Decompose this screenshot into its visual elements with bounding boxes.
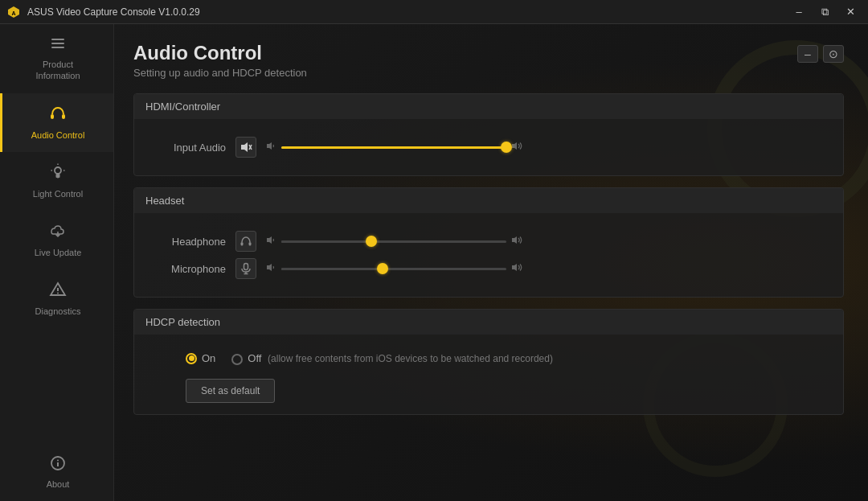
page-header: Audio Control Setting up audio and HDCP … bbox=[133, 42, 844, 79]
sidebar-item-product-information[interactable]: ProductInformation bbox=[0, 24, 113, 93]
input-audio-mute-button[interactable] bbox=[235, 137, 256, 158]
content-inner: Audio Control Setting up audio and HDCP … bbox=[114, 24, 868, 442]
sidebar-item-diagnostics[interactable]: Diagnostics bbox=[0, 269, 113, 328]
svg-rect-29 bbox=[244, 264, 248, 270]
svg-marker-24 bbox=[512, 142, 517, 150]
page-subtitle: Setting up audio and HDCP detection bbox=[133, 67, 307, 79]
headphone-label: Headphone bbox=[154, 236, 226, 248]
sidebar-diagnostics-label: Diagnostics bbox=[35, 306, 81, 317]
sidebar: ProductInformation Audio Control bbox=[0, 24, 114, 501]
titlebar: A ASUS Video Capture Console V1.0.0.29 –… bbox=[0, 0, 868, 24]
hdcp-off-block: Off (allow free contents from iOS device… bbox=[248, 352, 553, 366]
microphone-slider-container bbox=[266, 262, 523, 275]
app-logo: A bbox=[6, 5, 21, 19]
svg-rect-4 bbox=[51, 47, 64, 48]
hdcp-off-label: Off bbox=[248, 352, 261, 364]
set-as-default-button[interactable]: Set as default bbox=[186, 379, 275, 403]
menu-icon bbox=[50, 35, 66, 54]
input-audio-slider[interactable] bbox=[281, 146, 506, 149]
hdcp-on-option[interactable]: On bbox=[186, 352, 215, 364]
microphone-slider[interactable] bbox=[281, 268, 506, 270]
svg-marker-32 bbox=[267, 264, 272, 271]
vol-high-icon bbox=[511, 141, 523, 154]
svg-rect-5 bbox=[51, 114, 54, 119]
hdmi-section-body: Input Audio bbox=[134, 119, 843, 175]
sidebar-audio-label: Audio Control bbox=[31, 129, 85, 141]
svg-point-7 bbox=[55, 167, 61, 174]
app-title: ASUS Video Capture Console V1.0.0.29 bbox=[27, 6, 788, 18]
sidebar-about-label: About bbox=[47, 478, 70, 490]
svg-text:A: A bbox=[11, 10, 15, 15]
mic-vol-high-icon bbox=[511, 262, 523, 275]
headphone-icon bbox=[49, 105, 67, 125]
page-header-controls: – ⊙ bbox=[797, 45, 844, 63]
input-audio-slider-container bbox=[266, 141, 523, 154]
close-button[interactable]: ✕ bbox=[839, 4, 862, 20]
sidebar-spacer bbox=[0, 329, 113, 444]
svg-marker-33 bbox=[512, 264, 517, 271]
hdcp-section-body: On Off (allow free contents from iOS dev… bbox=[134, 335, 843, 414]
headphone-row: Headphone bbox=[154, 231, 824, 252]
sidebar-product-label: ProductInformation bbox=[35, 59, 80, 82]
input-audio-row: Input Audio bbox=[154, 137, 824, 158]
sidebar-item-audio-control[interactable]: Audio Control bbox=[0, 93, 113, 152]
hdcp-section-header: HDCP detection bbox=[134, 310, 843, 335]
vol-low-icon bbox=[266, 141, 276, 154]
page-title-block: Audio Control Setting up audio and HDCP … bbox=[133, 42, 307, 79]
hdcp-description: (allow free contents from iOS devices to… bbox=[268, 353, 553, 364]
sidebar-light-label: Light Control bbox=[33, 188, 83, 199]
svg-rect-3 bbox=[51, 43, 64, 44]
microphone-row: Microphone bbox=[154, 258, 824, 279]
input-audio-label: Input Audio bbox=[154, 142, 226, 154]
hdcp-on-radio[interactable] bbox=[186, 353, 197, 364]
hdcp-off-radio[interactable] bbox=[231, 354, 243, 365]
light-icon bbox=[49, 163, 67, 183]
restore-button[interactable]: ⧉ bbox=[813, 4, 836, 20]
hdcp-section: HDCP detection On Off bbox=[133, 309, 844, 415]
headset-section-header: Headset bbox=[134, 188, 843, 213]
headset-section: Headset Headphone bbox=[133, 187, 844, 298]
microphone-label: Microphone bbox=[154, 263, 226, 275]
headphone-slider[interactable] bbox=[281, 240, 506, 243]
svg-point-19 bbox=[57, 459, 59, 461]
svg-rect-26 bbox=[249, 242, 252, 246]
cloud-icon bbox=[49, 222, 67, 242]
svg-marker-23 bbox=[267, 142, 272, 150]
page-title: Audio Control bbox=[133, 42, 307, 64]
headphone-vol-high-icon bbox=[511, 235, 523, 248]
svg-rect-25 bbox=[241, 242, 244, 246]
hdmi-section: HDMI/Controller Input Audio bbox=[133, 93, 844, 176]
hdcp-on-label: On bbox=[202, 352, 215, 364]
minimize-button[interactable]: – bbox=[788, 4, 810, 20]
svg-marker-20 bbox=[241, 142, 248, 152]
headphone-slider-container bbox=[266, 235, 523, 248]
sidebar-item-live-update[interactable]: Live Update bbox=[0, 211, 113, 269]
svg-marker-27 bbox=[267, 236, 272, 244]
svg-rect-6 bbox=[62, 114, 65, 119]
diagnostics-icon bbox=[49, 281, 67, 301]
headset-section-body: Headphone bbox=[134, 213, 843, 297]
content-area: Audio Control Setting up audio and HDCP … bbox=[114, 24, 868, 501]
app-container: ProductInformation Audio Control bbox=[0, 24, 868, 501]
svg-rect-12 bbox=[56, 174, 60, 178]
svg-point-16 bbox=[57, 293, 59, 294]
hdcp-options-row: On Off (allow free contents from iOS dev… bbox=[186, 346, 824, 372]
hdcp-on-radio-dot bbox=[189, 355, 194, 361]
mic-vol-low-icon bbox=[266, 262, 276, 275]
svg-marker-28 bbox=[512, 236, 517, 244]
svg-rect-2 bbox=[51, 39, 64, 40]
sidebar-live-label: Live Update bbox=[35, 247, 82, 258]
sidebar-item-about[interactable]: About bbox=[0, 444, 113, 501]
headphone-vol-low-icon bbox=[266, 235, 276, 248]
window-controls: – ⧉ ✕ bbox=[788, 4, 862, 20]
hdmi-section-header: HDMI/Controller bbox=[134, 94, 843, 119]
info-icon bbox=[50, 455, 66, 474]
headphone-icon-button[interactable] bbox=[235, 231, 256, 252]
sidebar-item-light-control[interactable]: Light Control bbox=[0, 152, 113, 211]
header-expand-button[interactable]: ⊙ bbox=[823, 45, 844, 63]
microphone-icon-button[interactable] bbox=[235, 258, 256, 279]
hdcp-off-option[interactable]: Off (allow free contents from iOS device… bbox=[231, 352, 553, 366]
header-minimize-button[interactable]: – bbox=[797, 45, 818, 63]
